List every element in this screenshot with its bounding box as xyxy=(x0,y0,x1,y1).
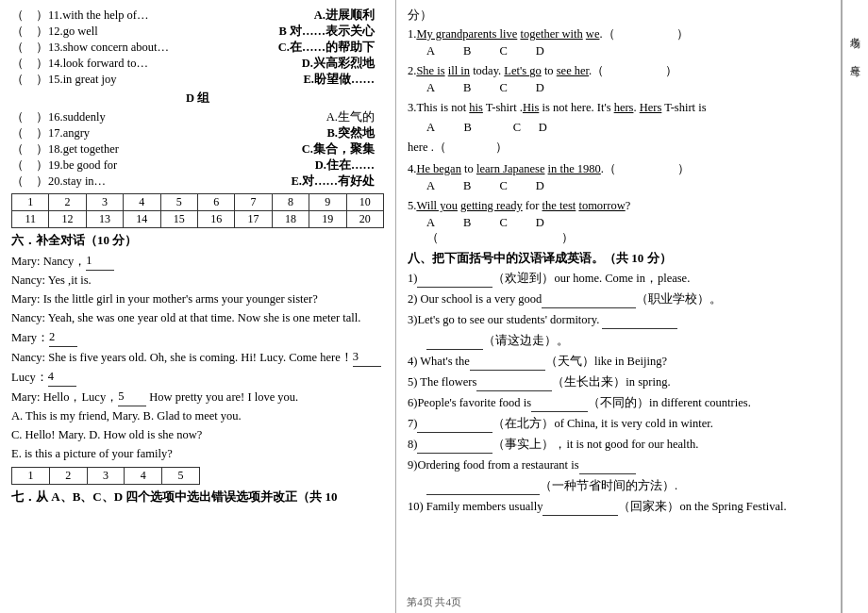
dialogue-block: Mary: Nancy，1 Nancy: Yes ,it is. Mary: I… xyxy=(11,251,384,463)
answer-grid-2: 1 2 3 4 5 xyxy=(11,467,200,485)
question-4: 4.He began to learn Japanese in the 1980… xyxy=(408,159,857,193)
section8-items: 1)（欢迎到）our home. Come in，please. 2) Our … xyxy=(408,269,857,516)
page-number: 第4页 共4页 xyxy=(407,595,461,609)
s8-item-9: 9)Ordering food from a restaurant is xyxy=(408,456,857,474)
s8-item-5: 5) The flowers（生长出来）in spring. xyxy=(408,373,857,391)
question-3: 3.This is not his T-shirt .His is not he… xyxy=(408,98,857,157)
s8-item-4: 4) What's the（天气）like in Beijing? xyxy=(408,352,857,371)
question-1: 1.My grandparents live together with we.… xyxy=(408,25,857,58)
questions-block: 1.My grandparents live together with we.… xyxy=(408,25,857,246)
page-container: （ ）11.with the help of…A.进展顺利 （ ）12.go w… xyxy=(0,0,868,613)
question-2: 2.She is ill in today. Let's go to see h… xyxy=(408,61,857,95)
right-edge-panel: 考场 座号 xyxy=(842,0,868,613)
s8-item-3: 3)Let's go to see our students' dormitor… xyxy=(408,310,857,329)
s8-item-7: 7)（在北方）of China, it is very cold in wint… xyxy=(408,414,857,433)
section6-title: 六．补全对话（10 分） xyxy=(11,232,384,249)
d-group-title: D 组 xyxy=(11,91,384,107)
s8-item-10: 10) Family members usually（回家来）on the Sp… xyxy=(408,497,857,516)
right-column: 分） 1.My grandparents live together with … xyxy=(396,0,868,613)
s8-item-9b: （一种节省时间的方法）. xyxy=(426,476,857,495)
section7-title: 七．从 A、B、C、D 四个选项中选出错误选项并改正（共 10 xyxy=(11,489,384,505)
items-11-15: （ ）11.with the help of…A.进展顺利 （ ）12.go w… xyxy=(11,8,384,88)
left-column: （ ）11.with the help of…A.进展顺利 （ ）12.go w… xyxy=(0,0,396,613)
items-d-group: （ ）16.suddenlyA.生气的 （ ）17.angryB.突然地 （ ）… xyxy=(11,109,384,190)
s8-item-6: 6)People's favorite food is（不同的）in diffe… xyxy=(408,393,857,412)
s8-item-1: 1)（欢迎到）our home. Come in，please. xyxy=(408,269,857,288)
question-5: 5.Will you getting ready for the test to… xyxy=(408,196,857,246)
s8-item-3b: （请这边走）。 xyxy=(426,331,857,350)
section8-title: 八、把下面括号中的汉语译成英语。（共 10 分） xyxy=(408,250,857,267)
right-edge-text: 考场 座号 xyxy=(848,28,862,60)
s8-item-8: 8)（事实上），it is not good for our health. xyxy=(408,435,857,454)
s8-item-2: 2) Our school is a very good（职业学校）。 xyxy=(408,290,857,308)
answer-grid-1: 123 456 789 10 111213 141516 171819 20 xyxy=(11,193,384,228)
score-label: 分） xyxy=(408,8,857,24)
